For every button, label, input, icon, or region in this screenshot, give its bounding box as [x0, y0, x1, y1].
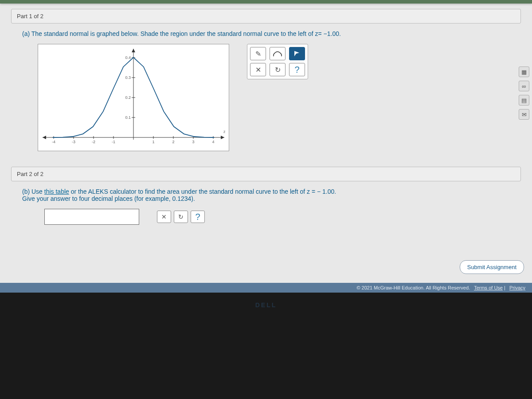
- part2-question: (b) Use this table or the ALEKS calculat…: [22, 188, 510, 202]
- y-ticks: 0.1 0.2 0.3 0.4: [125, 55, 135, 120]
- notes-button[interactable]: ▤: [519, 95, 529, 106]
- svg-text:0.3: 0.3: [125, 75, 131, 80]
- right-sidebar: ▦ ∞ ▤ ✉: [519, 66, 529, 120]
- svg-text:3: 3: [192, 140, 194, 144]
- footer: © 2021 McGraw-Hill Education. All Rights…: [0, 283, 532, 293]
- svg-text:0.2: 0.2: [125, 95, 131, 100]
- this-table-link[interactable]: this table: [44, 188, 69, 195]
- x-icon: ✕: [161, 213, 167, 220]
- help-button[interactable]: ?: [289, 63, 305, 76]
- svg-text:2: 2: [172, 140, 174, 144]
- infinity-icon: ∞: [522, 83, 526, 90]
- calculator-icon: ▦: [521, 69, 527, 75]
- part1-question-text: (a) The standard normal is graphed below…: [22, 30, 318, 37]
- part1-question: (a) The standard normal is graphed below…: [22, 30, 510, 37]
- infinity-button[interactable]: ∞: [519, 81, 529, 91]
- privacy-link[interactable]: Privacy: [509, 285, 525, 290]
- pencil-tool-button[interactable]: ✎: [250, 47, 266, 60]
- reset-icon: ↻: [275, 66, 281, 74]
- svg-text:-3: -3: [72, 140, 75, 144]
- answer-input[interactable]: [44, 209, 139, 225]
- reset-icon: ↻: [178, 213, 184, 220]
- svg-text:0.4: 0.4: [125, 55, 131, 60]
- flag-icon: [293, 51, 301, 57]
- part2-mid: or the ALEKS calculator to find the area…: [69, 188, 336, 195]
- svg-text:4: 4: [212, 140, 214, 144]
- svg-text:-4: -4: [52, 140, 55, 144]
- mail-icon: ✉: [522, 111, 527, 118]
- app-header-bar: [0, 0, 532, 4]
- graph-tool-panel: ✎ ✕ ↻ ?: [247, 44, 308, 79]
- part1-question-eq: = −1.00.: [318, 30, 340, 37]
- mail-button[interactable]: ✉: [519, 109, 529, 120]
- help-button-2[interactable]: ?: [191, 211, 205, 223]
- x-axis-label: z: [223, 129, 226, 134]
- svg-text:1: 1: [152, 140, 154, 144]
- reset-button-2[interactable]: ↻: [174, 211, 188, 223]
- normal-curve-graph[interactable]: -4 -3 -2 -1 1 2 3 4 0.1 0.2 0.3 0.4: [38, 44, 229, 151]
- x-icon: ✕: [255, 66, 261, 74]
- graph-svg: -4 -3 -2 -1 1 2 3 4 0.1 0.2 0.3 0.4: [38, 44, 229, 151]
- reset-button[interactable]: ↻: [270, 63, 286, 76]
- part2-line2: Give your answer to four decimal places …: [22, 195, 195, 202]
- part1-header: Part 1 of 2: [11, 9, 521, 23]
- question-icon: ?: [294, 65, 299, 75]
- fill-left-tool-button[interactable]: [270, 47, 286, 60]
- flag-tool-button[interactable]: [289, 47, 305, 60]
- part2-prefix: (b) Use: [22, 188, 44, 195]
- pencil-icon: ✎: [255, 50, 261, 58]
- x-axis-arrow: [221, 136, 224, 139]
- clear-button[interactable]: ✕: [250, 63, 266, 76]
- copyright-text: © 2021 McGraw-Hill Education. All Rights…: [356, 285, 470, 290]
- svg-text:-2: -2: [92, 140, 95, 144]
- svg-text:0.1: 0.1: [125, 115, 131, 120]
- y-axis-arrow: [132, 49, 135, 52]
- terms-link[interactable]: Terms of Use: [474, 285, 503, 290]
- svg-text:-1: -1: [112, 140, 115, 144]
- fill-left-icon: [273, 51, 282, 57]
- question-icon: ?: [195, 212, 200, 222]
- notes-icon: ▤: [521, 97, 527, 104]
- clear-button-2[interactable]: ✕: [157, 211, 171, 223]
- x-axis-arrow-left: [43, 136, 46, 139]
- calculator-button[interactable]: ▦: [519, 66, 529, 77]
- submit-assignment-button[interactable]: Submit Assignment: [460, 260, 524, 274]
- part2-header: Part 2 of 2: [11, 167, 521, 181]
